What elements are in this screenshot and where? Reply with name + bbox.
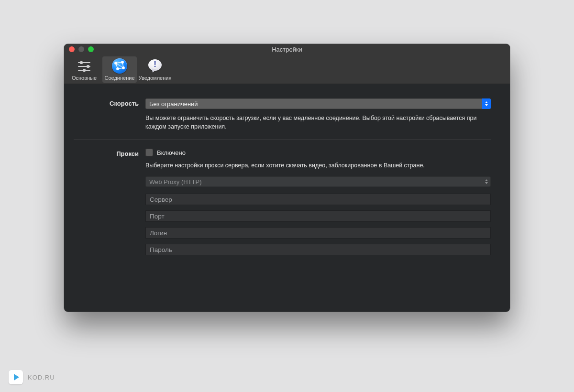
placeholder: Порт	[150, 213, 165, 220]
minimize-icon[interactable]	[78, 46, 84, 52]
proxy-server-field[interactable]: Сервер	[145, 194, 491, 205]
speed-row: Скорость Без ограничений Вы можете огран…	[74, 98, 491, 131]
svg-point-7	[117, 68, 119, 70]
tab-notifications[interactable]: ! Уведомления	[138, 56, 172, 83]
proxy-port-field[interactable]: Порт	[145, 210, 491, 222]
close-icon[interactable]	[69, 46, 75, 52]
speed-hint: Вы можете ограничить скорость загрузки, …	[145, 114, 491, 131]
tab-general[interactable]: Основные	[67, 56, 101, 83]
tab-label: Соединение	[104, 75, 134, 81]
speed-select-value: Без ограничений	[149, 100, 198, 108]
window-controls	[69, 46, 94, 52]
svg-point-6	[121, 61, 123, 63]
placeholder: Логин	[150, 229, 167, 237]
speed-select[interactable]: Без ограничений	[145, 98, 491, 109]
proxy-enabled-label: Включено	[157, 149, 186, 156]
sliders-icon	[77, 58, 92, 74]
updown-icon	[482, 98, 491, 109]
proxy-label: Прокси	[74, 149, 145, 157]
titlebar: Настройки	[64, 44, 510, 54]
proxy-hint: Выберите настройки прокси сервера, если …	[145, 161, 491, 170]
placeholder: Пароль	[150, 246, 172, 253]
svg-point-8	[122, 67, 124, 69]
proxy-type-select[interactable]: Web Proxy (HTTP)	[145, 176, 491, 187]
preferences-window: Настройки Основные	[64, 44, 510, 312]
window-title: Настройки	[64, 46, 510, 53]
speech-bubble-icon: !	[147, 58, 163, 74]
tab-connection[interactable]: Соединение	[102, 56, 137, 83]
placeholder: Сервер	[150, 196, 172, 203]
tab-label: Уведомления	[139, 75, 172, 81]
network-icon	[112, 58, 127, 74]
proxy-login-field[interactable]: Логин	[145, 227, 491, 239]
svg-point-5	[115, 62, 117, 64]
proxy-row: Прокси Включено Выберите настройки прокс…	[74, 149, 491, 261]
content-pane: Скорость Без ограничений Вы можете огран…	[64, 84, 510, 274]
watermark-text: KOD.RU	[28, 374, 55, 381]
speed-label: Скорость	[74, 98, 145, 107]
toolbar: Основные	[64, 54, 510, 84]
zoom-icon[interactable]	[88, 46, 94, 52]
watermark: KOD.RU	[9, 370, 55, 384]
divider	[74, 140, 491, 140]
tab-label: Основные	[72, 75, 97, 81]
proxy-password-field[interactable]: Пароль	[145, 244, 491, 255]
updown-icon	[482, 176, 491, 187]
proxy-enabled-checkbox[interactable]	[145, 149, 153, 156]
proxy-type-value: Web Proxy (HTTP)	[149, 178, 202, 185]
play-icon	[9, 370, 23, 384]
